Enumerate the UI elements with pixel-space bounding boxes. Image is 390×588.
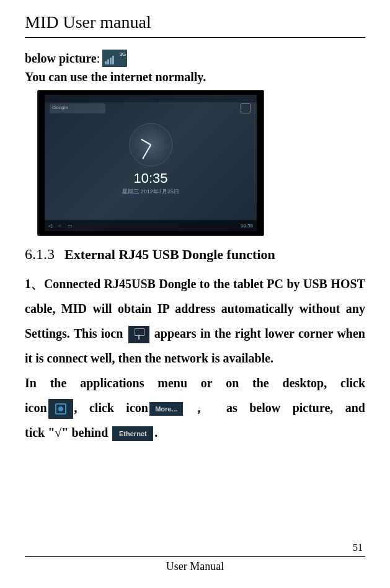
- intro-prefix: below picture: [25, 51, 97, 65]
- footer-text: User Manual: [0, 560, 390, 573]
- 3g-signal-icon: 3G: [102, 50, 127, 67]
- document-header-title: MID User manual: [25, 12, 365, 32]
- ethernet-status-icon: [128, 326, 149, 343]
- page-number: 51: [353, 542, 363, 553]
- paragraph-2: In the applications menu or on the deskt…: [25, 371, 365, 445]
- recent-nav-icon: ▭: [68, 223, 73, 229]
- tablet-status-time: 10:35: [241, 223, 253, 229]
- back-nav-icon: ◁: [48, 223, 52, 229]
- tablet-date: 星期三 2012年7月25日: [122, 188, 179, 196]
- para2-line2c: ， as below picture, and: [184, 401, 365, 415]
- more-button-icon: More...: [149, 402, 183, 416]
- para2-line2a: icon: [25, 401, 47, 415]
- para2-line3b: .: [154, 426, 157, 439]
- tablet-search-box: Google: [50, 103, 105, 113]
- intro-line-2: You can use the internet normally.: [25, 68, 365, 86]
- para2-line1: In the applications menu or on the deskt…: [25, 371, 365, 395]
- tablet-screenshot: Google 10:35 星期三 2012年7月25日 ◁ ○ ▭ 10:35: [37, 90, 264, 236]
- footer-rule: [25, 556, 365, 557]
- para2-line3a: tick "√" behind: [25, 426, 111, 439]
- section-number: 6.1.3: [25, 246, 55, 263]
- ethernet-button-icon: Ethernet: [112, 426, 153, 441]
- tablet-time: 10:35: [122, 170, 179, 186]
- intro-line-1: below picture: 3G: [25, 49, 365, 68]
- section-heading: 6.1.3 External RJ45 USB Dongle function: [25, 246, 365, 263]
- section-title: External RJ45 USB Dongle function: [64, 247, 275, 263]
- intro-colon: :: [97, 51, 100, 65]
- analog-clock-icon: [129, 123, 172, 167]
- settings-icon: [48, 399, 73, 419]
- para2-line2b: , click icon: [74, 401, 148, 415]
- home-nav-icon: ○: [58, 223, 61, 229]
- paragraph-1: 1、Connected RJ45USB Dongle to the tablet…: [25, 271, 365, 371]
- header-rule: [25, 37, 365, 38]
- tablet-apps-icon: [241, 103, 250, 113]
